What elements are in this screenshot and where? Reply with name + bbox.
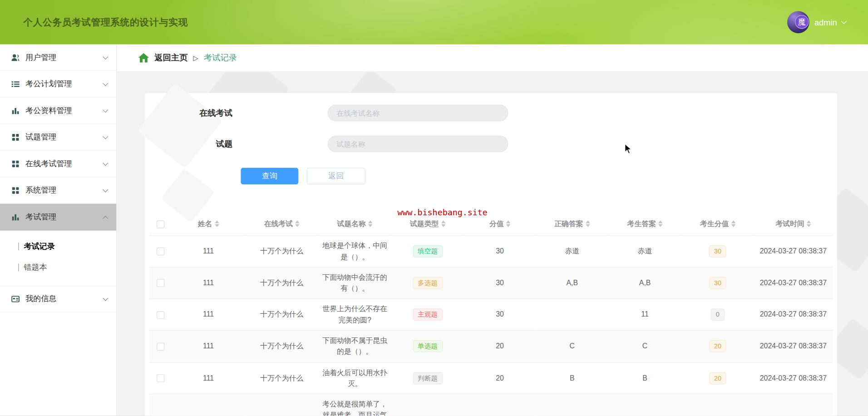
column-header-online-exam[interactable]: 在线考试: [245, 212, 318, 235]
select-all-header[interactable]: [149, 212, 172, 235]
cell-text: C: [570, 342, 575, 350]
sort-icon[interactable]: [441, 220, 445, 227]
sort-icon[interactable]: [506, 220, 511, 227]
cell-text: B: [642, 374, 647, 382]
select-all-checkbox[interactable]: [157, 220, 164, 228]
form-row-online-exam: 在线考试: [149, 104, 833, 121]
row-checkbox[interactable]: [157, 279, 164, 287]
user-menu[interactable]: 魔 admin: [787, 11, 846, 33]
cell-score: 20: [464, 362, 536, 394]
candidate-score-badge: 30: [709, 277, 726, 289]
candidate-score-badge: 20: [709, 372, 726, 384]
column-header-candidate-answer[interactable]: 考生答案: [608, 212, 681, 235]
cell-name: 111: [172, 267, 245, 299]
cell-text: 111: [203, 374, 214, 382]
home-icon: [138, 53, 149, 63]
sidebar-subitem-label: 错题本: [24, 262, 47, 272]
column-label: 姓名: [198, 218, 212, 228]
sidebar-item-online-exam-management[interactable]: 在线考试管理: [0, 151, 116, 178]
cell-correct-answer: B: [536, 362, 608, 394]
chevron-up-icon: [103, 215, 108, 221]
page-title: 个人公务员考试管理系统的设计与实现: [23, 16, 188, 29]
cell-checkbox: [149, 362, 172, 394]
sidebar-item-user-management[interactable]: 用户管理: [0, 45, 116, 71]
chevron-down-icon: [103, 54, 108, 59]
cell-score: [464, 394, 536, 416]
cell-text: 油着火后可以用水扑灭。: [322, 368, 387, 387]
cell-online-exam: 十万个为什么: [245, 299, 318, 331]
sort-icon[interactable]: [658, 220, 663, 227]
cell-exam-time: 2024-03-27 08:38:37: [754, 362, 833, 394]
column-header-name[interactable]: 姓名: [172, 212, 245, 235]
cell-text: 下面动物不属于昆虫的是（）。: [322, 337, 387, 356]
id-card-icon: [11, 295, 20, 304]
cell-text: 世界上为什么不存在完美的圆?: [322, 305, 387, 324]
table-header-row: 姓名 在线考试 试题名称 试题类型 分值 正确答案 考生答案 考生分值 考试时间: [149, 212, 833, 235]
cell-exam-time: 2024-03-27 08:38:37: [754, 235, 833, 267]
cell-exam-time: 2024-03-27 08:38:37: [754, 331, 833, 362]
cell-candidate-answer: A,B: [608, 267, 681, 299]
column-label: 考试时间: [775, 218, 804, 228]
browser-viewport: 个人公务员考试管理系统的设计与实现 魔 admin 用户管理 考公计划管理: [0, 0, 868, 416]
cell-score: 20: [464, 331, 536, 362]
cell-name: 111: [172, 299, 245, 331]
chevron-down-icon: [103, 296, 108, 301]
row-checkbox[interactable]: [157, 343, 164, 351]
sort-icon[interactable]: [807, 220, 811, 227]
sidebar-item-system-management[interactable]: 系统管理: [0, 177, 116, 204]
breadcrumb-home-link[interactable]: 返回主页: [154, 53, 187, 63]
cell-text: 30: [496, 310, 504, 318]
sidebar-subitem-exam-records[interactable]: 考试记录: [0, 236, 116, 257]
row-checkbox[interactable]: [157, 311, 164, 319]
chevron-down-icon: [103, 187, 108, 192]
row-checkbox[interactable]: [157, 375, 164, 382]
table-row: 111 十万个为什么 下面动物中会流汗的有（）。 多选题 30 A,B A,B …: [149, 267, 833, 299]
sort-icon[interactable]: [586, 220, 590, 227]
sidebar-item-exam-plan-management[interactable]: 考公计划管理: [0, 71, 116, 98]
cell-text: 十万个为什么: [260, 310, 303, 318]
sidebar-item-question-management[interactable]: 试题管理: [0, 124, 116, 151]
sort-icon[interactable]: [295, 220, 300, 227]
cell-score: 30: [464, 267, 536, 299]
bar-chart-icon: [11, 106, 20, 115]
sidebar-item-label: 用户管理: [25, 52, 104, 62]
form-buttons: 查询 返回: [241, 168, 833, 184]
column-header-correct-answer[interactable]: 正确答案: [536, 212, 608, 235]
back-button[interactable]: 返回: [307, 168, 365, 184]
cell-text: 11: [641, 310, 648, 318]
cell-text: 十万个为什么: [260, 247, 303, 255]
cell-checkbox: [149, 235, 172, 267]
query-button[interactable]: 查询: [241, 168, 298, 184]
content-card: 在线考试 试题 查询 返回 www.bishebang.site: [145, 93, 837, 416]
sort-icon[interactable]: [215, 220, 219, 227]
cell-text: 20: [496, 342, 504, 350]
question-type-badge: 主观题: [413, 308, 443, 321]
question-input[interactable]: [328, 136, 508, 153]
sidebar-item-my-info[interactable]: 我的信息: [0, 286, 116, 312]
chevron-down-icon: [103, 107, 108, 112]
sidebar-item-exam-management[interactable]: 考试管理: [0, 204, 116, 231]
username: admin: [814, 17, 837, 27]
column-header-candidate-score[interactable]: 考生分值: [681, 212, 754, 235]
row-checkbox[interactable]: [157, 248, 164, 255]
cell-candidate-score: 30: [681, 235, 754, 267]
sidebar-subitem-wrong-question-book[interactable]: 错题本: [0, 257, 116, 278]
exam-records-table: 姓名 在线考试 试题名称 试题类型 分值 正确答案 考生答案 考生分值 考试时间: [149, 212, 833, 416]
sidebar-item-exam-material-management[interactable]: 考公资料管理: [0, 98, 116, 124]
cell-online-exam: 十万个为什么: [245, 235, 318, 267]
cell-text: 十万个为什么: [260, 374, 303, 382]
online-exam-input[interactable]: [328, 104, 508, 121]
cell-question-name: 下面动物不属于昆虫的是（）。: [318, 331, 391, 362]
list-icon: [11, 79, 20, 89]
cell-checkbox: [149, 331, 172, 362]
column-header-question-name[interactable]: 试题名称: [318, 212, 391, 235]
cell-text: 地球是个球体，中间是（）。: [322, 241, 387, 261]
chevron-down-icon: [103, 134, 108, 139]
cell-question-name: 下面动物中会流汗的有（）。: [318, 267, 391, 299]
cell-question-name: 油着火后可以用水扑灭。: [318, 362, 391, 394]
column-header-exam-time[interactable]: 考试时间: [754, 212, 833, 235]
cell-text: 2024-03-27 08:38:37: [760, 278, 827, 287]
sort-icon[interactable]: [731, 220, 735, 227]
sidebar-item-label: 我的信息: [25, 294, 104, 304]
sort-icon[interactable]: [368, 220, 373, 227]
